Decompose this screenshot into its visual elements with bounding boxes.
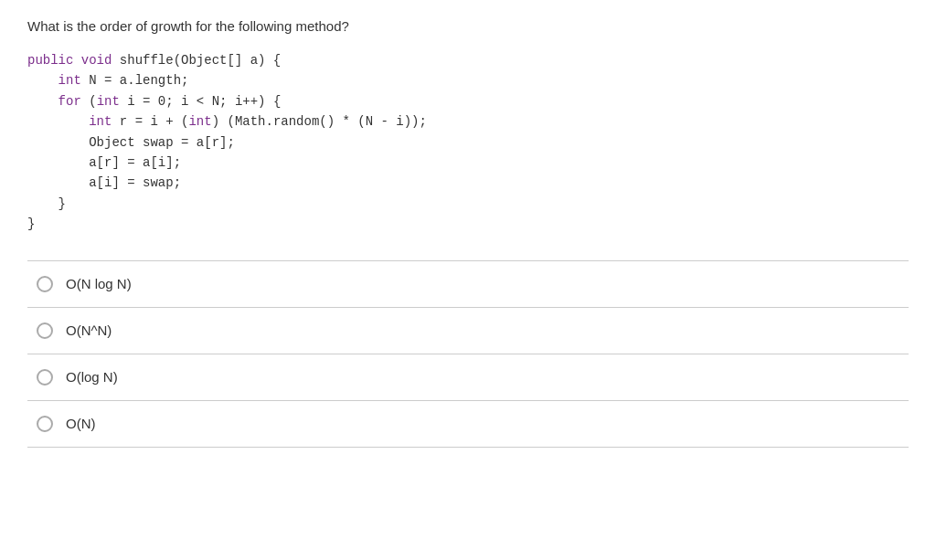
keyword-public: public: [27, 53, 81, 68]
keyword-int-3: int: [89, 114, 112, 129]
code-text: a[r] = a[i];: [89, 155, 181, 170]
answer-option-2[interactable]: O(N^N): [27, 308, 909, 354]
code-text: i = 0; i < N; i++) {: [120, 94, 281, 109]
code-text: ) (Math.random() * (N - i));: [212, 114, 427, 129]
answer-options: O(N log N) O(N^N) O(log N) O(N): [27, 260, 909, 448]
question-text: What is the order of growth for the foll…: [27, 18, 909, 34]
keyword-for: for: [58, 94, 81, 109]
code-text: N = a.length;: [81, 73, 189, 88]
code-block: public void shuffle(Object[] a) { int N …: [27, 50, 909, 235]
code-line-5: Object swap = a[r];: [27, 132, 909, 153]
keyword-int-2: int: [97, 94, 120, 109]
code-line-6: a[r] = a[i];: [27, 153, 909, 173]
code-text: Object swap = a[r];: [89, 135, 235, 150]
code-text: r = i + (: [112, 114, 188, 129]
code-text: shuffle(Object[] a) {: [120, 53, 281, 68]
code-text: (: [81, 94, 97, 109]
answer-label-4: O(N): [66, 416, 96, 431]
radio-button-2[interactable]: [37, 322, 53, 339]
keyword-int-1: int: [58, 73, 81, 88]
answer-option-4[interactable]: O(N): [27, 401, 909, 448]
radio-button-1[interactable]: [37, 276, 53, 292]
answer-label-3: O(log N): [66, 369, 118, 385]
code-text: }: [27, 217, 35, 231]
code-text: }: [58, 196, 66, 211]
radio-button-4[interactable]: [37, 416, 53, 432]
answer-label-1: O(N log N): [66, 276, 132, 291]
code-line-8: }: [27, 194, 909, 214]
code-text: a[i] = swap;: [89, 175, 181, 190]
answer-option-1[interactable]: O(N log N): [27, 260, 909, 308]
answer-label-2: O(N^N): [66, 322, 112, 338]
code-line-9: }: [27, 214, 909, 234]
keyword-int-4: int: [188, 114, 211, 129]
code-line-2: int N = a.length;: [27, 70, 909, 90]
keyword-void: void: [81, 53, 120, 68]
code-line-3: for (int i = 0; i < N; i++) {: [27, 91, 909, 111]
radio-button-3[interactable]: [37, 369, 53, 386]
code-line-4: int r = i + (int) (Math.random() * (N - …: [27, 111, 909, 132]
code-line-1: public void shuffle(Object[] a) {: [27, 50, 909, 70]
answer-option-3[interactable]: O(log N): [27, 354, 909, 401]
code-line-7: a[i] = swap;: [27, 173, 909, 193]
